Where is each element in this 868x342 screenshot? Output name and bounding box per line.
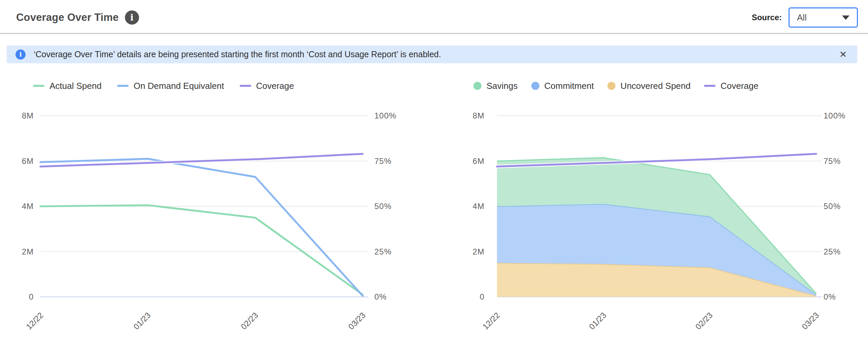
legend-label: Actual Spend <box>50 81 102 91</box>
legend-label: Commitment <box>545 81 594 91</box>
y-axis-label-right: 100% <box>824 111 845 120</box>
banner-info-icon: i <box>16 50 26 60</box>
legend-label: Savings <box>487 81 518 91</box>
y-axis-label-right: 0% <box>374 292 387 301</box>
legend-label: On Demand Equivalent <box>134 81 224 91</box>
y-axis-label-right: 25% <box>374 247 392 256</box>
y-axis-label-right: 25% <box>824 247 841 256</box>
charts-row: Actual Spend On Demand Equivalent Covera… <box>0 80 868 341</box>
info-icon-glyph: i <box>130 13 134 22</box>
banner-text: ‘Coverage Over Time’ details are being p… <box>34 50 441 59</box>
y-axis-label-left: 0 <box>480 292 485 301</box>
page-title: Coverage Over Time <box>16 11 119 24</box>
legend-item-coverage[interactable]: Coverage <box>240 81 294 91</box>
legend-item-on-demand-equivalent[interactable]: On Demand Equivalent <box>117 81 224 91</box>
x-axis-label: 01/23 <box>587 310 608 331</box>
header-right: Source: All <box>752 7 858 28</box>
x-axis-label: 02/23 <box>239 310 260 331</box>
area-chart-legend: Savings Commitment Uncovered Spend Cover… <box>473 80 863 92</box>
x-axis-label: 02/23 <box>693 310 714 331</box>
line-chart-legend: Actual Spend On Demand Equivalent Covera… <box>33 80 432 92</box>
coverage-area-chart-panel: Savings Commitment Uncovered Spend Cover… <box>440 80 863 341</box>
x-axis-label: 03/23 <box>800 310 821 331</box>
legend-item-actual-spend[interactable]: Actual Spend <box>33 81 102 91</box>
info-icon[interactable]: i <box>125 10 139 25</box>
x-axis-label: 03/23 <box>346 310 367 331</box>
info-banner: i ‘Coverage Over Time’ details are being… <box>7 45 857 63</box>
savings-swatch-icon <box>473 82 482 90</box>
legend-item-commitment[interactable]: Commitment <box>531 81 594 91</box>
coverage-area-chart: 8M100%6M75%4M50%2M25%00%12/2201/2302/230… <box>440 100 861 341</box>
y-axis-label-right: 0% <box>824 292 836 301</box>
header: Coverage Over Time i Source: All <box>0 0 868 34</box>
legend-item-coverage[interactable]: Coverage <box>704 81 758 91</box>
coverage-swatch-icon <box>704 85 715 87</box>
y-axis-label-left: 4M <box>473 201 485 211</box>
legend-label: Coverage <box>720 81 758 91</box>
y-axis-label-right: 50% <box>824 201 841 211</box>
y-axis-label-right: 75% <box>824 157 841 166</box>
x-axis-label: 01/23 <box>132 310 153 331</box>
legend-item-uncovered-spend[interactable]: Uncovered Spend <box>608 81 690 91</box>
coverage-swatch-icon <box>240 85 251 87</box>
y-axis-label-left: 8M <box>22 111 34 120</box>
source-dropdown[interactable]: All <box>788 7 858 28</box>
chevron-down-icon <box>842 15 849 20</box>
y-axis-label-left: 2M <box>473 247 485 256</box>
coverage-line-chart-panel: Actual Spend On Demand Equivalent Covera… <box>7 80 432 341</box>
banner-close-icon[interactable]: ✕ <box>836 47 850 62</box>
commitment-swatch-icon <box>531 82 539 90</box>
y-axis-label-left: 2M <box>22 247 34 256</box>
legend-label: Coverage <box>256 81 294 91</box>
y-axis-label-left: 6M <box>22 157 34 166</box>
uncovered-spend-swatch-icon <box>608 82 616 90</box>
y-axis-label-left: 0 <box>29 292 34 301</box>
y-axis-label-right: 75% <box>374 157 392 166</box>
legend-item-savings[interactable]: Savings <box>473 81 518 91</box>
y-axis-label-right: 100% <box>374 111 396 120</box>
legend-label: Uncovered Spend <box>621 81 690 91</box>
source-label: Source: <box>752 13 782 22</box>
source-dropdown-value: All <box>797 12 807 23</box>
on-demand-equivalent-swatch-icon <box>117 85 129 87</box>
x-axis-label: 12/22 <box>481 310 502 331</box>
actual-spend-swatch-icon <box>33 85 44 87</box>
y-axis-label-left: 4M <box>22 201 34 211</box>
y-axis-label-right: 50% <box>374 201 392 211</box>
banner-info-glyph: i <box>19 51 22 58</box>
y-axis-label-left: 6M <box>473 157 485 166</box>
actual-spend-line <box>40 205 363 295</box>
y-axis-label-left: 8M <box>473 111 485 120</box>
coverage-line-chart: 8M100%6M75%4M50%2M25%00%12/2201/2302/230… <box>7 100 429 341</box>
x-axis-label: 12/22 <box>24 310 45 331</box>
on-demand-equivalent-line <box>40 159 363 296</box>
coverage-over-time-page: { "header": { "title": "Coverage Over Ti… <box>0 0 868 342</box>
